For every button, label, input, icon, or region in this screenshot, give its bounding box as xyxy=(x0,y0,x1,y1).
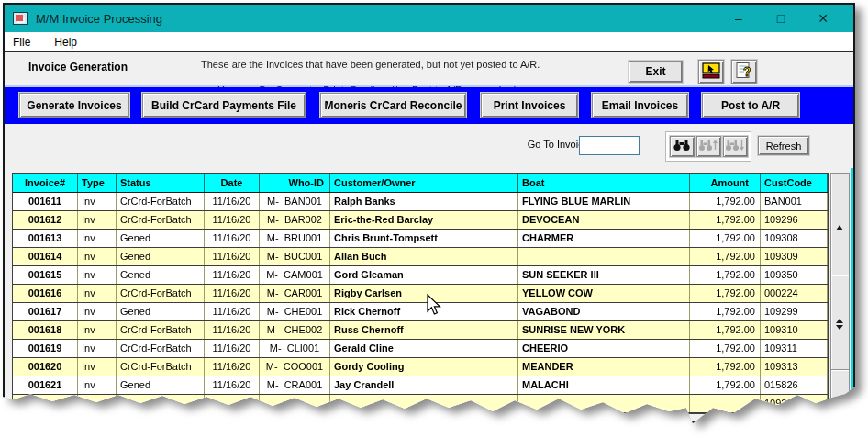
help-button[interactable]: ? xyxy=(731,60,757,84)
cell-whoid: M- BAR002 xyxy=(260,211,330,229)
goto-invoice-input[interactable] xyxy=(579,136,640,155)
build-crcard-file-button[interactable]: Build CrCard Payments File xyxy=(142,93,306,118)
table-row[interactable]: 001612 Inv CrCrd-ForBatch 11/16/20 M- BA… xyxy=(13,211,828,230)
cell-custcode: 109350 xyxy=(761,266,828,284)
column-header-boat[interactable]: Boat xyxy=(518,174,690,192)
cell-boat: YELLOW COW xyxy=(518,285,690,302)
cell-date: 11/16/20 xyxy=(205,340,260,357)
moneris-reconcile-button[interactable]: Moneris CrCard Reconcile xyxy=(320,93,466,118)
table-row[interactable]: 001620 Inv CrCrd-ForBatch 11/16/20 M- CO… xyxy=(13,358,828,376)
cell-whoid xyxy=(260,395,330,412)
column-header-type[interactable]: Type xyxy=(78,174,117,192)
svg-text:?: ? xyxy=(743,64,751,79)
cell-amount: 1,792.00 xyxy=(690,230,761,247)
cell-boat: SUN SEEKER III xyxy=(518,266,690,284)
cell-boat xyxy=(518,248,690,265)
cell-amount: 1,792.00 xyxy=(690,211,761,229)
cell-type: Inv xyxy=(78,340,117,357)
cell-boat: CHARMER xyxy=(518,230,690,247)
scroll-thumb-icon-up[interactable] xyxy=(836,319,843,323)
table-row[interactable]: 109298 xyxy=(13,395,828,413)
description-line1: These are the Invoices that have been ge… xyxy=(201,59,540,70)
email-invoices-button[interactable]: Email Invoices xyxy=(592,93,688,118)
cell-boat: CHEERIO xyxy=(518,340,690,357)
cell-invoice: 001619 xyxy=(13,340,78,357)
table-row[interactable]: 001619 Inv CrCrd-ForBatch 11/16/20 M- CL… xyxy=(13,340,828,358)
cell-invoice xyxy=(13,395,78,412)
cell-amount: 1,792.00 xyxy=(690,193,761,210)
cell-custcode: 000224 xyxy=(761,285,828,302)
cell-invoice: 001618 xyxy=(13,321,78,339)
maximize-button[interactable]: □ xyxy=(760,5,802,32)
cell-boat: FLYING BLUE MARLIN xyxy=(518,193,690,210)
table-row[interactable]: 001618 Inv CrCrd-ForBatch 11/16/20 M- CH… xyxy=(13,321,828,340)
exit-button[interactable]: Exit xyxy=(629,61,683,83)
find-next-button[interactable] xyxy=(723,136,748,157)
cell-amount: 1,792.00 xyxy=(690,340,761,357)
generate-invoices-button[interactable]: Generate Invoices xyxy=(19,93,129,118)
column-header-whoid[interactable]: Who-ID xyxy=(260,174,330,192)
table-row[interactable]: 001615 Inv Gened 11/16/20 M- CAM001 Gord… xyxy=(13,266,828,285)
column-header-amount[interactable]: Amount xyxy=(690,174,761,192)
title-bar: M/M Invoice Processing – □ ✕ xyxy=(5,5,853,32)
cell-customer: Gerald Cline xyxy=(330,340,518,357)
cell-amount: 1,792.00 xyxy=(690,376,761,394)
cell-amount: 1,792.00 xyxy=(690,303,761,320)
table-row[interactable]: 001617 Inv Gened 11/16/20 M- CHE001 Rick… xyxy=(13,303,828,321)
cell-date: 11/16/20 xyxy=(205,230,260,247)
cell-boat: VAGABOND xyxy=(518,303,690,320)
cell-whoid: M- CAM001 xyxy=(260,266,330,284)
cell-customer xyxy=(330,395,518,412)
table-row[interactable]: 001614 Inv Gened 11/16/20 M- BUC001 Alla… xyxy=(13,248,828,266)
cell-whoid: M- CRA001 xyxy=(260,376,330,394)
cell-status: Gened xyxy=(117,248,205,265)
cell-custcode: 109298 xyxy=(761,395,828,412)
cell-status: Gened xyxy=(117,376,205,394)
cell-boat: SUNRISE NEW YORK xyxy=(518,321,690,339)
column-header-date[interactable]: Date xyxy=(205,174,260,192)
cell-customer: Chris Brunt-Tompsett xyxy=(330,230,518,247)
refresh-button[interactable]: Refresh xyxy=(758,136,809,155)
cell-type: Inv xyxy=(78,321,117,339)
cell-type: Inv xyxy=(78,193,117,210)
table-row[interactable]: 001613 Inv Gened 11/16/20 M- BRU001 Chri… xyxy=(13,230,828,248)
find-previous-button[interactable] xyxy=(696,136,721,157)
post-to-ar-button[interactable]: Post to A/R xyxy=(702,93,799,118)
scroll-thumb-icon-down[interactable] xyxy=(836,325,843,330)
cell-amount xyxy=(690,395,761,412)
minimize-button[interactable]: – xyxy=(718,5,760,32)
cell-custcode: BAN001 xyxy=(761,193,828,210)
cell-custcode: 015826 xyxy=(761,376,828,394)
cell-invoice: 001613 xyxy=(13,230,78,247)
find-button[interactable] xyxy=(670,136,695,157)
table-row[interactable]: 001611 Inv CrCrd-ForBatch 11/16/20 M- BA… xyxy=(13,193,828,211)
cell-date: 11/16/20 xyxy=(205,266,260,284)
cell-amount: 1,792.00 xyxy=(690,358,761,376)
cell-amount: 1,792.00 xyxy=(690,285,761,302)
cell-invoice: 001617 xyxy=(13,303,78,320)
cell-customer: Rigby Carlsen xyxy=(330,285,518,302)
column-header-invoice[interactable]: Invoice# xyxy=(13,174,78,192)
scroll-up-icon[interactable] xyxy=(836,225,843,230)
column-header-custcode[interactable]: CustCode xyxy=(761,174,828,192)
cell-invoice: 001611 xyxy=(13,193,78,210)
print-screen-button[interactable] xyxy=(698,60,724,84)
column-header-status[interactable]: Status xyxy=(117,174,205,192)
cell-invoice: 001614 xyxy=(13,248,78,265)
table-row[interactable]: 001621 Inv Gened 11/16/20 M- CRA001 Jay … xyxy=(13,376,828,395)
menu-item-help[interactable]: Help xyxy=(54,36,77,49)
close-button[interactable]: ✕ xyxy=(802,5,844,32)
cell-invoice: 001616 xyxy=(13,285,78,302)
table-row[interactable]: 001616 Inv CrCrd-ForBatch 11/16/20 M- CA… xyxy=(13,285,828,303)
cell-type: Inv xyxy=(78,230,117,247)
cell-whoid: M- CHE002 xyxy=(260,321,330,339)
cell-status xyxy=(117,395,205,412)
vertical-scrollbar[interactable] xyxy=(830,173,850,413)
header-strip: Invoice Generation These are the Invoice… xyxy=(5,53,853,87)
menu-item-file[interactable]: File xyxy=(13,36,30,49)
invoice-table: Invoice# Type Status Date Who-ID Custome… xyxy=(12,173,829,414)
print-invoices-button[interactable]: Print Invoices xyxy=(481,93,578,118)
column-header-customer[interactable]: Customer/Owner xyxy=(330,174,518,192)
cell-customer: Gord Gleaman xyxy=(330,266,518,284)
cell-amount: 1,792.00 xyxy=(690,266,761,284)
